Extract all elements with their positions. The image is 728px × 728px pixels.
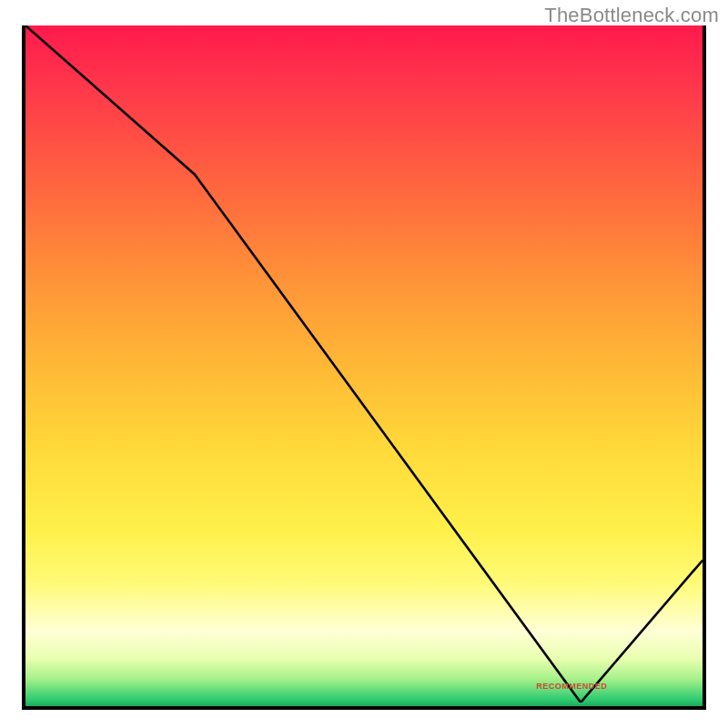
curve-svg bbox=[25, 25, 703, 703]
bottleneck-curve-line bbox=[25, 25, 703, 703]
chart-canvas: TheBottleneck.com RECOMMENDED bbox=[0, 0, 728, 728]
plot-area: RECOMMENDED bbox=[22, 25, 706, 710]
attribution-text: TheBottleneck.com bbox=[544, 4, 719, 27]
